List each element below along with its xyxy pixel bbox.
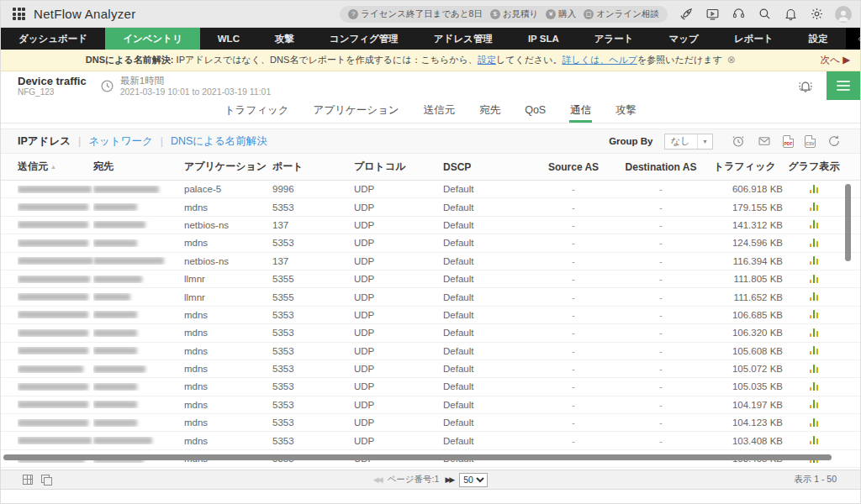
table-row[interactable]: llmnr5355UDPDefault--111.652 KB (1, 288, 860, 306)
bar-chart-icon[interactable] (810, 184, 819, 193)
column-header-5[interactable]: プロトコル (354, 160, 443, 174)
nav-item-6[interactable]: アドレス管理 (416, 28, 510, 50)
demo-video-icon[interactable] (705, 7, 720, 22)
nav-item-2[interactable]: インベントリ (105, 28, 200, 50)
export-csv-icon[interactable]: CSV (805, 135, 816, 148)
nav-item-9[interactable]: マップ (652, 28, 716, 50)
tab-6[interactable]: 通信 (569, 100, 592, 123)
schedule-report-icon[interactable] (731, 134, 746, 149)
table-row[interactable]: mdns5353UDPDefault--106.320 KB (1, 324, 860, 342)
table-row[interactable]: mdns5353UDPDefault--124.596 KB (1, 234, 860, 252)
bar-chart-icon[interactable] (810, 345, 819, 354)
quote-link[interactable]: $お見積り (490, 8, 539, 20)
column-header-3[interactable]: アプリケーション (184, 160, 272, 174)
bar-chart-icon[interactable] (810, 309, 819, 318)
bar-chart-icon[interactable] (810, 435, 819, 444)
table-row[interactable]: palace-59996UDPDefault--606.918 KB (1, 181, 860, 198)
column-header-4[interactable]: ポート (272, 160, 354, 174)
notice-settings-link[interactable]: 設定 (478, 55, 496, 65)
source-as-cell: - (531, 238, 616, 248)
bar-chart-icon[interactable] (810, 219, 819, 228)
table-row[interactable]: netbios-ns137UDPDefault--116.394 KB (1, 253, 860, 270)
tab-2[interactable]: アプリケーション (313, 100, 400, 123)
tab-5[interactable]: QoS (524, 100, 547, 123)
table-row[interactable]: mdns5353UDPDefault--179.155 KB (1, 198, 860, 216)
notice-help-link[interactable]: 詳しくは、ヘルプ (562, 55, 637, 65)
purchase-link[interactable]: ¥購入 (546, 8, 576, 20)
view-ip-address[interactable]: IPアドレス (18, 134, 71, 149)
nav-scroll-left-icon[interactable]: ‹ (846, 28, 861, 50)
user-avatar[interactable] (835, 6, 852, 23)
nav-item-4[interactable]: 攻撃 (257, 28, 312, 50)
table-row[interactable]: mdns5353UDPDefault--103.408 KB (1, 432, 860, 449)
notifications-bell-icon[interactable] (783, 7, 798, 22)
nav-item-8[interactable]: アラート (577, 28, 652, 50)
prev-page-icon[interactable]: ◀◀ (373, 475, 382, 484)
export-pdf-icon[interactable]: PDF (783, 135, 794, 148)
bar-chart-icon[interactable] (810, 238, 819, 247)
online-consult-link[interactable]: ◻オンライン相談 (584, 8, 659, 20)
column-header-6[interactable]: DSCP (443, 161, 531, 173)
table-row[interactable]: llmnr5355UDPDefault--111.805 KB (1, 270, 860, 288)
search-icon[interactable] (757, 7, 772, 22)
table-row[interactable]: mdns5353UDPDefault--106.685 KB (1, 307, 860, 324)
group-by-label: Group By (609, 136, 652, 146)
bar-chart-icon[interactable] (810, 291, 819, 301)
view-network-link[interactable]: ネットワーク (88, 134, 152, 149)
bar-chart-icon[interactable] (810, 364, 819, 373)
destination-as-cell: - (616, 202, 705, 213)
rocket-icon[interactable] (679, 7, 694, 22)
column-header-9[interactable]: トラフィック (705, 160, 788, 174)
panel-menu-button[interactable] (827, 71, 860, 100)
tab-7[interactable]: 攻撃 (615, 100, 637, 123)
nav-item-1[interactable]: ダッシュボード (1, 28, 105, 50)
license-days-remaining[interactable]: ?ライセンス終了日まであと8日 (348, 8, 483, 20)
column-header-8[interactable]: Destination AS (616, 161, 705, 173)
bar-chart-icon[interactable] (810, 274, 819, 283)
tab-3[interactable]: 送信元 (423, 100, 457, 123)
notice-next-button[interactable]: 次へ ▶ (821, 54, 860, 66)
nav-item-11[interactable]: 設定 (791, 28, 846, 50)
email-report-icon[interactable] (757, 134, 772, 149)
table-row[interactable]: mdns5353UDPDefault--105.035 KB (1, 378, 860, 396)
traffic-cell: 111.805 KB (705, 274, 788, 284)
column-header-10[interactable]: グラフ表示 (788, 160, 840, 174)
table-row[interactable]: mdns5353UDPDefault--104.123 KB (1, 414, 860, 432)
nav-item-10[interactable]: レポート (716, 28, 791, 50)
bar-chart-icon[interactable] (810, 399, 819, 408)
nav-item-3[interactable]: WLC (200, 28, 257, 50)
bar-chart-icon[interactable] (810, 202, 819, 211)
dscp-cell: Default (443, 346, 531, 356)
port-cell: 5355 (272, 292, 354, 302)
bar-chart-icon[interactable] (810, 328, 819, 337)
settings-gear-icon[interactable] (809, 7, 824, 22)
tab-1[interactable]: トラフィック (224, 100, 290, 123)
tab-4[interactable]: 宛先 (478, 100, 501, 123)
bar-chart-icon[interactable] (810, 255, 819, 265)
apps-grid-icon[interactable] (13, 8, 25, 20)
column-header-7[interactable]: Source AS (531, 161, 616, 173)
refresh-icon[interactable] (827, 134, 842, 149)
vertical-scrollbar[interactable] (845, 184, 851, 261)
next-page-icon[interactable]: ▶▶ (445, 475, 453, 484)
table-row[interactable]: mdns5353UDPDefault--105.072 KB (1, 360, 860, 378)
column-header-1[interactable]: 送信元▲ (18, 160, 93, 174)
alarm-bell-icon[interactable] (796, 77, 815, 94)
nav-item-7[interactable]: IP SLA (510, 28, 577, 50)
protocol-cell: UDP (354, 364, 443, 374)
support-headset-icon[interactable] (731, 7, 746, 22)
table-row[interactable]: mdns5353UDPDefault--105.608 KB (1, 343, 860, 360)
bar-chart-icon[interactable] (810, 417, 819, 427)
group-by-select[interactable]: なし ▼ (664, 134, 713, 150)
notice-close-icon[interactable]: ⊗ (727, 54, 736, 66)
table-row[interactable]: mdns5353UDPDefault--104.197 KB (1, 396, 860, 414)
horizontal-scrollbar[interactable] (3, 454, 832, 460)
time-range-selector[interactable]: 最新1時間 2021-03-19 10:01 to 2021-03-19 11:… (100, 75, 272, 97)
nav-item-5[interactable]: コンフィグ管理 (312, 28, 416, 50)
bar-chart-icon[interactable] (810, 381, 819, 391)
protocol-cell: UDP (354, 184, 443, 194)
column-header-2[interactable]: 宛先 (93, 160, 184, 174)
table-row[interactable]: netbios-ns137UDPDefault--141.312 KB (1, 217, 860, 234)
page-size-select[interactable]: 50 (459, 473, 488, 487)
view-dns-resolve-link[interactable]: DNSによる名前解決 (171, 134, 267, 149)
